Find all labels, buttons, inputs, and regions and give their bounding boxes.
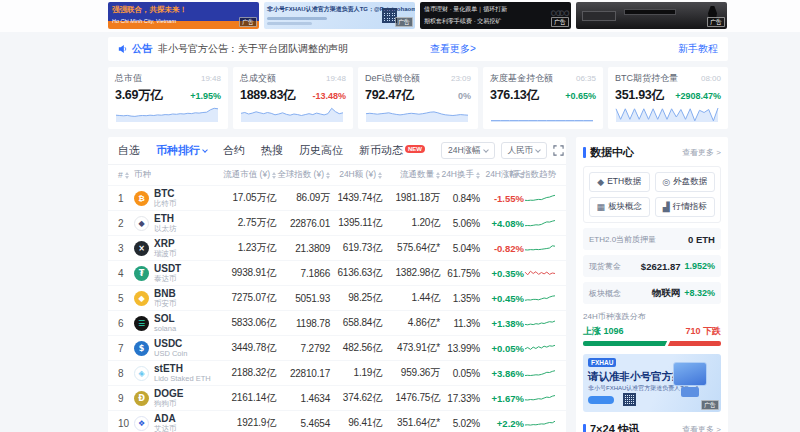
coin-cn-name: Lido Staked ETH [154, 374, 211, 383]
ad-banner-mining[interactable]: 广告 [576, 2, 727, 29]
metric-row-0[interactable]: ETH2.0当前质押量0 ETH [583, 228, 721, 250]
stats-card-3[interactable]: 灰度基金持仓额06:35376.13亿+0.65%05-1707-15 [483, 67, 603, 129]
cap-cell: 2188.32亿 [214, 366, 276, 380]
rank-cell: 3 [118, 243, 134, 254]
stats-card-1[interactable]: 总成交额19:481889.83亿-13.48%06-1607-15 [233, 67, 353, 129]
col-header-0[interactable]: # [118, 170, 134, 180]
col-header-6[interactable]: 24H换手 [440, 169, 480, 181]
news-more-link[interactable]: 查看更多 > [682, 424, 721, 432]
updown-distribution: 24H币种涨跌分布 上涨 1096 710 下跌 [583, 311, 721, 346]
date-start: 09-29 [365, 128, 384, 129]
table-row-USDT[interactable]: 4₮USDT泰达币9938.91亿7.18666136.63亿1382.98亿6… [108, 260, 566, 285]
rank-cell: 7 [118, 343, 134, 354]
chevron-down-icon [535, 147, 541, 153]
coin-cell: ◆ETH以太坊 [134, 214, 214, 233]
metric-row-2[interactable]: 板块概念物联网+8.32% [583, 282, 721, 304]
up-count: 上涨 1096 [583, 325, 624, 338]
section-accent-bar [583, 147, 586, 158]
change-cell: +1.67% [480, 393, 524, 404]
coin-name: DOGE狗狗币 [154, 389, 183, 408]
supply-cell: 1.20亿 [382, 216, 440, 230]
table-row-USDC[interactable]: 7$USDCUSD Coin3449.78亿7.2792482.56亿473.9… [108, 335, 566, 360]
coin-name: USDT泰达币 [154, 264, 181, 283]
table-row-DOGE[interactable]: 9ÐDOGE狗狗币2161.14亿1.4634374.62亿1476.75亿17… [108, 385, 566, 410]
col-header-label: 24H换手 [441, 169, 474, 181]
date-start: 06-16 [115, 128, 134, 129]
announcement-more-link[interactable]: 查看更多> [430, 42, 476, 56]
stat-change: +2908.47% [675, 91, 721, 101]
down-count: 710 下跌 [685, 325, 721, 338]
data-center-more-link[interactable]: 查看更多 > [682, 147, 721, 158]
col-header-4[interactable]: 24H额 (¥) [330, 169, 382, 181]
ad-subline: 期权套利零手续费 · 交易挖矿 [420, 14, 571, 26]
index-cell: 86.09万 [276, 191, 330, 205]
tab-币种排行[interactable]: 币种排行 [156, 143, 207, 158]
beginner-tutorial-link[interactable]: 新手教程 [678, 42, 718, 56]
qr-code [623, 393, 636, 406]
coin-cell: ₿BTC比特币 [134, 189, 214, 208]
data-center-button-0[interactable]: ◆ETH数据 [589, 172, 650, 192]
data-center-button-3[interactable]: ▟行情指标 [655, 197, 716, 217]
data-center-button-2[interactable]: ▦板块概念 [589, 197, 650, 217]
currency-dropdown[interactable]: 人民币 [501, 142, 548, 159]
table-row-BTC[interactable]: 1₿BTC比特币17.05万亿86.09万1439.74亿1981.18万0.8… [108, 185, 566, 210]
row-sparkline [524, 292, 556, 304]
tab-新币动态[interactable]: 新币动态NEW [359, 143, 425, 158]
stat-change: +0.65% [565, 91, 596, 101]
supply-cell: 959.36万 [382, 366, 440, 380]
date-start: 07-02 [615, 128, 634, 129]
change-filter-dropdown[interactable]: 24H涨幅 [441, 142, 495, 159]
table-row-ADA[interactable]: 10❖ADA艾达币1921.9亿5.465496.41亿351.64亿*5.02… [108, 410, 566, 432]
coin-name: BNB币安币 [154, 289, 177, 308]
ad-link-line [267, 22, 312, 25]
stat-timestamp: 19:48 [326, 74, 346, 83]
data-center-button-1[interactable]: ◎外盘数据 [655, 172, 716, 192]
col-header-label: 7天指数趋势 [509, 169, 556, 181]
date-end: 07-15 [202, 128, 221, 129]
cap-cell: 3449.78亿 [214, 341, 276, 355]
ad-banner-exchange[interactable]: ∞∞ 借币理财 · 量化跟单｜循环打新 期权套利零手续费 · 交易挖矿 广告 [420, 2, 571, 29]
stat-title-row: BTC期货持仓量08:00 [615, 72, 721, 85]
col-header-3[interactable]: 全球指数 (¥) [276, 169, 330, 181]
stats-card-4[interactable]: BTC期货持仓量08:00351.93亿+2908.47%07-0207-16 [608, 67, 728, 129]
stats-card-2[interactable]: DeFi总锁仓额23:09792.47亿0%09-2909-18 [358, 67, 478, 129]
stat-change: 0% [458, 91, 471, 101]
row-sparkline [524, 267, 556, 279]
announcement-text[interactable]: 非小号官方公告：关于平台团队调整的声明 [158, 42, 348, 56]
tab-热搜[interactable]: 热搜 [261, 143, 283, 158]
vol-cell: 96.41亿 [330, 416, 382, 430]
supply-cell: 1981.18万 [382, 191, 440, 205]
announcement-label: 公告 [132, 42, 152, 56]
tab-label: 历史高位 [299, 143, 343, 158]
stats-card-0[interactable]: 总市值19:483.69万亿+1.95%06-1607-15 [108, 67, 228, 129]
sidebar-ad-banner[interactable]: FXHAU 请认准非小号官方渠道 非小号FXHAU认准官方渠道负责人TG：@Fe… [583, 354, 721, 412]
col-header-label: # [118, 170, 123, 180]
ad-banner-partner[interactable]: 强强联合，共探未来！ Ho Chi Minh City, Vietnam 广告 [108, 2, 259, 29]
coin-symbol: USDC [154, 339, 187, 349]
table-row-ETH[interactable]: 2◆ETH以太坊2.75万亿22876.011395.11亿1.20亿5.06%… [108, 210, 566, 235]
data-center-title: 数据中心 [590, 145, 634, 160]
eth-icon: ◆ [597, 177, 604, 187]
ad-banner-fxhau[interactable]: 非小号FXHAU认准官方渠道负责人TG：@Feixiaohaomak 广告 [264, 2, 415, 29]
vol-cell: 6136.63亿 [330, 266, 382, 280]
col-header-5[interactable]: 流通数量 [382, 169, 440, 181]
tab-合约[interactable]: 合约 [223, 143, 245, 158]
tab-自选[interactable]: 自选 [118, 143, 140, 158]
col-header-2[interactable]: 流通市值 (¥) [214, 169, 276, 181]
coin-icon-usdt: ₮ [134, 266, 149, 281]
table-row-XRP[interactable]: 3×XRP瑞波币1.23万亿21.3809619.73亿575.64亿*5.04… [108, 235, 566, 260]
fullscreen-icon[interactable] [553, 145, 564, 156]
new-badge: NEW [405, 145, 425, 153]
table-row-BNB[interactable]: 5◆BNB币安币7275.07亿5051.9398.25亿1.44亿1.35%+… [108, 285, 566, 310]
supply-cell: 1476.75亿 [382, 391, 440, 405]
button-label: 板块概念 [608, 201, 642, 213]
table-row-SOL[interactable]: 6☰SOLsolana5833.06亿1198.78658.84亿4.86亿*1… [108, 310, 566, 335]
change-cell: +0.35% [480, 268, 524, 279]
tab-历史高位[interactable]: 历史高位 [299, 143, 343, 158]
table-row-stETH[interactable]: 8◈stETHLido Staked ETH2188.32亿22810.171.… [108, 360, 566, 385]
coin-name: ADA艾达币 [154, 414, 177, 432]
row-sparkline [524, 192, 556, 204]
turnover-cell: 11.3% [440, 318, 480, 329]
col-header-label: 流通数量 [400, 169, 434, 181]
metric-row-1[interactable]: 现货黄金$2621.871.952% [583, 255, 721, 277]
